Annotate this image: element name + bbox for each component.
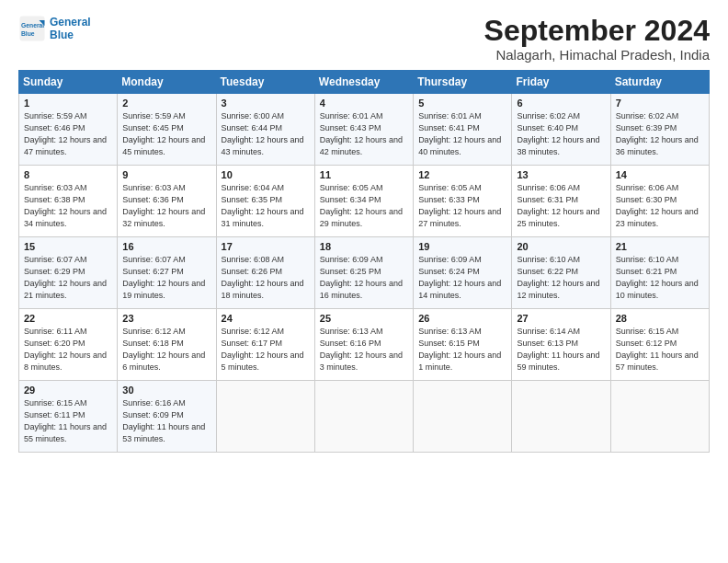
cell-content: Sunrise: 6:00 AM Sunset: 6:44 PM Dayligh… [222,110,310,158]
calendar-cell: 27 Sunrise: 6:14 AM Sunset: 6:13 PM Dayl… [512,309,610,381]
day-number: 20 [517,241,605,252]
cell-content: Sunrise: 6:01 AM Sunset: 6:43 PM Dayligh… [320,110,408,158]
day-number: 30 [122,385,210,396]
cell-content: Sunrise: 5:59 AM Sunset: 6:45 PM Dayligh… [122,110,210,158]
calendar-cell: 16 Sunrise: 6:07 AM Sunset: 6:27 PM Dayl… [118,237,216,309]
day-number: 10 [222,169,310,180]
day-number: 17 [222,241,310,252]
calendar-cell: 23 Sunrise: 6:12 AM Sunset: 6:18 PM Dayl… [118,309,216,381]
calendar-cell [512,381,610,453]
calendar-cell: 4 Sunrise: 6:01 AM Sunset: 6:43 PM Dayli… [314,94,413,166]
calendar-cell: 11 Sunrise: 6:05 AM Sunset: 6:34 PM Dayl… [314,166,413,237]
cell-content: Sunrise: 6:13 AM Sunset: 6:15 PM Dayligh… [418,326,506,373]
calendar-cell: 19 Sunrise: 6:09 AM Sunset: 6:24 PM Dayl… [414,237,512,309]
calendar-cell [414,381,512,453]
day-number: 24 [222,313,310,324]
day-number: 13 [517,169,605,180]
day-header-saturday: Saturday [610,71,709,94]
calendar-cell: 6 Sunrise: 6:02 AM Sunset: 6:40 PM Dayli… [512,94,610,166]
calendar-cell: 10 Sunrise: 6:04 AM Sunset: 6:35 PM Dayl… [216,166,314,237]
calendar-cell: 1 Sunrise: 5:59 AM Sunset: 6:46 PM Dayli… [19,94,118,166]
cell-content: Sunrise: 6:15 AM Sunset: 6:12 PM Dayligh… [616,326,704,373]
cell-content: Sunrise: 6:12 AM Sunset: 6:18 PM Dayligh… [122,326,210,373]
calendar-cell: 2 Sunrise: 5:59 AM Sunset: 6:45 PM Dayli… [118,94,216,166]
calendar-week-row: 1 Sunrise: 5:59 AM Sunset: 6:46 PM Dayli… [19,94,710,166]
day-number: 23 [122,313,210,324]
cell-content: Sunrise: 6:16 AM Sunset: 6:09 PM Dayligh… [122,397,210,445]
cell-content: Sunrise: 6:14 AM Sunset: 6:13 PM Dayligh… [517,326,605,373]
cell-content: Sunrise: 6:04 AM Sunset: 6:35 PM Dayligh… [222,182,310,230]
calendar-cell: 12 Sunrise: 6:05 AM Sunset: 6:33 PM Dayl… [414,166,512,237]
day-number: 11 [320,169,408,180]
calendar-cell: 25 Sunrise: 6:13 AM Sunset: 6:16 PM Dayl… [314,309,413,381]
day-number: 29 [24,385,112,396]
cell-content: Sunrise: 6:06 AM Sunset: 6:31 PM Dayligh… [517,182,605,230]
calendar-table: SundayMondayTuesdayWednesdayThursdayFrid… [18,70,710,453]
calendar-cell: 13 Sunrise: 6:06 AM Sunset: 6:31 PM Dayl… [512,166,610,237]
day-header-sunday: Sunday [19,71,118,94]
day-number: 12 [418,169,506,180]
logo-icon: General Blue [18,15,46,42]
calendar-cell: 15 Sunrise: 6:07 AM Sunset: 6:29 PM Dayl… [19,237,118,309]
calendar-week-row: 8 Sunrise: 6:03 AM Sunset: 6:38 PM Dayli… [19,166,710,237]
day-number: 3 [222,98,310,109]
day-number: 7 [616,98,704,109]
day-header-monday: Monday [118,71,216,94]
day-number: 21 [616,241,704,252]
cell-content: Sunrise: 6:06 AM Sunset: 6:30 PM Dayligh… [616,182,704,230]
calendar-cell: 18 Sunrise: 6:09 AM Sunset: 6:25 PM Dayl… [314,237,413,309]
header: General Blue General Blue September 2024… [18,15,710,63]
cell-content: Sunrise: 6:09 AM Sunset: 6:24 PM Dayligh… [418,254,506,302]
cell-content: Sunrise: 6:10 AM Sunset: 6:21 PM Dayligh… [616,254,704,302]
calendar-cell: 22 Sunrise: 6:11 AM Sunset: 6:20 PM Dayl… [19,309,118,381]
calendar-week-row: 29 Sunrise: 6:15 AM Sunset: 6:11 PM Dayl… [19,381,710,453]
day-number: 1 [24,98,112,109]
location: Nalagarh, Himachal Pradesh, India [484,47,710,63]
cell-content: Sunrise: 6:13 AM Sunset: 6:16 PM Dayligh… [320,326,408,373]
cell-content: Sunrise: 6:02 AM Sunset: 6:40 PM Dayligh… [517,110,605,158]
cell-content: Sunrise: 6:08 AM Sunset: 6:26 PM Dayligh… [222,254,310,302]
cell-content: Sunrise: 6:12 AM Sunset: 6:17 PM Dayligh… [222,326,310,373]
cell-content: Sunrise: 6:11 AM Sunset: 6:20 PM Dayligh… [24,326,112,373]
cell-content: Sunrise: 6:03 AM Sunset: 6:38 PM Dayligh… [24,182,112,230]
page: General Blue General Blue September 2024… [0,0,728,563]
title-block: September 2024 Nalagarh, Himachal Prades… [484,15,710,63]
logo: General Blue General Blue [18,15,91,42]
cell-content: Sunrise: 5:59 AM Sunset: 6:46 PM Dayligh… [24,110,112,158]
svg-text:Blue: Blue [21,30,35,37]
calendar-cell [216,381,314,453]
day-number: 8 [24,169,112,180]
calendar-week-row: 15 Sunrise: 6:07 AM Sunset: 6:29 PM Dayl… [19,237,710,309]
day-number: 19 [418,241,506,252]
calendar-cell: 28 Sunrise: 6:15 AM Sunset: 6:12 PM Dayl… [610,309,709,381]
calendar-cell: 26 Sunrise: 6:13 AM Sunset: 6:15 PM Dayl… [414,309,512,381]
calendar-cell: 24 Sunrise: 6:12 AM Sunset: 6:17 PM Dayl… [216,309,314,381]
day-number: 22 [24,313,112,324]
calendar-cell: 5 Sunrise: 6:01 AM Sunset: 6:41 PM Dayli… [414,94,512,166]
calendar-cell: 20 Sunrise: 6:10 AM Sunset: 6:22 PM Dayl… [512,237,610,309]
day-header-friday: Friday [512,71,610,94]
day-number: 15 [24,241,112,252]
day-number: 18 [320,241,408,252]
calendar-cell [314,381,413,453]
cell-content: Sunrise: 6:07 AM Sunset: 6:29 PM Dayligh… [24,254,112,302]
cell-content: Sunrise: 6:01 AM Sunset: 6:41 PM Dayligh… [418,110,506,158]
cell-content: Sunrise: 6:09 AM Sunset: 6:25 PM Dayligh… [320,254,408,302]
calendar-cell: 21 Sunrise: 6:10 AM Sunset: 6:21 PM Dayl… [610,237,709,309]
calendar-cell: 3 Sunrise: 6:00 AM Sunset: 6:44 PM Dayli… [216,94,314,166]
calendar-week-row: 22 Sunrise: 6:11 AM Sunset: 6:20 PM Dayl… [19,309,710,381]
day-number: 2 [122,98,210,109]
day-number: 27 [517,313,605,324]
calendar-cell: 7 Sunrise: 6:02 AM Sunset: 6:39 PM Dayli… [610,94,709,166]
calendar-cell: 30 Sunrise: 6:16 AM Sunset: 6:09 PM Dayl… [118,381,216,453]
day-number: 5 [418,98,506,109]
svg-rect-0 [20,17,45,41]
day-header-wednesday: Wednesday [314,71,413,94]
logo-text-line1: General [50,16,91,29]
day-number: 14 [616,169,704,180]
calendar-cell: 14 Sunrise: 6:06 AM Sunset: 6:30 PM Dayl… [610,166,709,237]
cell-content: Sunrise: 6:05 AM Sunset: 6:34 PM Dayligh… [320,182,408,230]
day-number: 28 [616,313,704,324]
calendar-cell: 17 Sunrise: 6:08 AM Sunset: 6:26 PM Dayl… [216,237,314,309]
month-title: September 2024 [484,15,710,47]
